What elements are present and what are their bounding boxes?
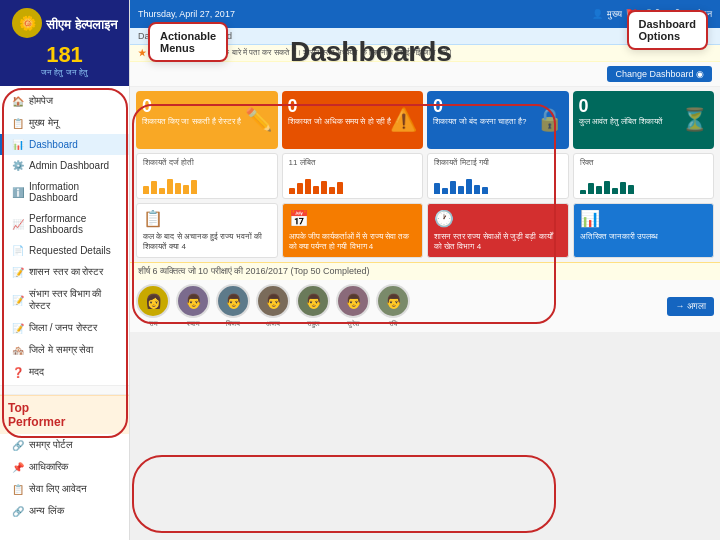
help-icon: ❓ xyxy=(11,367,25,378)
bar xyxy=(305,179,311,194)
chart-card-2: 11 लंबित xyxy=(282,153,424,199)
sidebar-item-other-links[interactable]: 🔗 अन्य लिंक xyxy=(0,500,129,522)
dash-card-4: 0 कुल आवंत हेतु लंबित शिकायतें ⏳ xyxy=(573,91,715,149)
bar xyxy=(450,181,456,194)
menu-icon: 📋 xyxy=(11,118,25,129)
performer-3: 👨 विजय xyxy=(216,284,250,328)
performer-avatar-2: 👨 xyxy=(176,284,210,318)
home-icon: 🏠 xyxy=(11,96,25,107)
performer-4: 👨 अजय xyxy=(256,284,290,328)
performer-name-5: राहुल xyxy=(307,320,320,328)
performers-bar: शीर्ष 6 व्यक्तित्व जो 10 परीक्षाएं की 20… xyxy=(130,262,720,280)
performer-name-1: राम xyxy=(149,320,158,328)
bar xyxy=(482,187,488,195)
other-links-icon: 🔗 xyxy=(11,506,25,517)
sidebar-item-performance[interactable]: 📈 Performance Dashboards xyxy=(0,208,129,240)
bar xyxy=(183,185,189,195)
card-icon-3: 🔒 xyxy=(536,107,563,133)
bc-label-2: आपके जीप कार्यकर्ताओं में से राज्य सेवा … xyxy=(289,232,417,252)
date-info: Thursday, April 27, 2017 xyxy=(138,9,586,19)
sidebar-item-requested[interactable]: 📄 Requested Details xyxy=(0,240,129,261)
sidebar-item-roster2[interactable]: 📝 संभाग स्तर विभाग की रोस्टर xyxy=(0,283,129,317)
performer-name-7: रवि xyxy=(389,320,397,328)
performer-5: 👨 राहुल xyxy=(296,284,330,328)
chart-label-4: रिक्त xyxy=(580,158,708,168)
logo-number: 181 xyxy=(46,42,83,68)
requested-icon: 📄 xyxy=(11,245,25,256)
performer-name-2: श्याम xyxy=(187,320,200,328)
roster2-icon: 📝 xyxy=(11,295,25,306)
sidebar-item-home[interactable]: 🏠 होमपेज xyxy=(0,90,129,112)
sidebar: 🌼 सीएम हेल्पलाइन 181 जन हेतु जन हेतु 🏠 ह… xyxy=(0,0,130,540)
dashboards-title: Dashboards xyxy=(290,36,452,68)
bar xyxy=(442,188,448,195)
sidebar-item-roster3[interactable]: 📝 जिला / जनप रोस्टर xyxy=(0,317,129,339)
next-performers-button[interactable]: → अगला xyxy=(667,297,714,316)
sidebar-item-apply[interactable]: 📋 सेवा लिए आवेदन xyxy=(0,478,129,500)
chart-card-4: रिक्त xyxy=(573,153,715,199)
dashboard-cards-row: 0 शिकायत किए जा सकती है रोस्टर है ✏️ 0 श… xyxy=(130,87,720,153)
sidebar-item-sewa[interactable]: 🏘️ जिले मे समग्र सेवा xyxy=(0,339,129,361)
bar xyxy=(159,188,165,195)
performer-6: 👨 सुरेश xyxy=(336,284,370,328)
chart-label-2: 11 लंबित xyxy=(289,158,417,168)
sidebar-item-admin[interactable]: ⚙️ Admin Dashboard xyxy=(0,155,129,176)
user-avatar-icon: 👤 xyxy=(592,9,603,19)
nav-section-divider xyxy=(0,385,129,395)
bc-label-3: शासन स्तर राज्य सेवाओं से जुड़ी बड़ी कार… xyxy=(434,232,562,252)
bc-icon-1: 📋 xyxy=(143,209,271,228)
bar xyxy=(628,185,634,195)
chart-label-1: शिकायतें दर्ज होती xyxy=(143,158,271,168)
sewa-icon: 🏘️ xyxy=(11,345,25,356)
performer-7: 👨 रवि xyxy=(376,284,410,328)
bar xyxy=(321,181,327,194)
bar xyxy=(612,188,618,195)
sidebar-item-samgra[interactable]: 🔗 समग्र पोर्टल xyxy=(0,434,129,456)
admin-icon: ⚙️ xyxy=(11,160,25,171)
dashboard-icon: 📊 xyxy=(11,139,25,150)
bottom-card-3: 🕐 शासन स्तर राज्य सेवाओं से जुड़ी बड़ी क… xyxy=(427,203,569,258)
bar xyxy=(620,182,626,194)
card-icon-2: ⚠️ xyxy=(390,107,417,133)
bar xyxy=(191,180,197,194)
mini-chart-1 xyxy=(143,172,271,194)
bar xyxy=(596,186,602,195)
performer-name-4: अजय xyxy=(266,320,280,328)
sidebar-item-official[interactable]: 📌 आधिकारिक xyxy=(0,456,129,478)
bottom-card-2: 📅 आपके जीप कार्यकर्ताओं में से राज्य सेव… xyxy=(282,203,424,258)
top-performer-section: Top Performer xyxy=(0,395,129,434)
dashboard-options-callout: DashboardOptions xyxy=(627,10,708,50)
performers-section-label: शीर्ष 6 व्यक्तित्व जो 10 परीक्षाएं की 20… xyxy=(138,266,370,276)
samgra-icon: 🔗 xyxy=(11,440,25,451)
sidebar-item-dashboard[interactable]: 📊 Dashboard xyxy=(0,134,129,155)
sidebar-item-roster1[interactable]: 📝 शासन स्तर का रोस्टर xyxy=(0,261,129,283)
roster1-icon: 📝 xyxy=(11,267,25,278)
sidebar-nav: 🏠 होमपेज 📋 मुख्य मेनू 📊 Dashboard ⚙️ Adm… xyxy=(0,86,129,540)
change-dashboard-button[interactable]: Change Dashboard ◉ xyxy=(607,66,712,82)
actionable-menus-label: ActionableMenus xyxy=(160,30,216,54)
sidebar-item-info[interactable]: ℹ️ Information Dashboard xyxy=(0,176,129,208)
mini-chart-4 xyxy=(580,172,708,194)
roster3-icon: 📝 xyxy=(11,323,25,334)
performer-avatar-7: 👨 xyxy=(376,284,410,318)
bar xyxy=(434,183,440,194)
mini-chart-3 xyxy=(434,172,562,194)
bar xyxy=(175,183,181,194)
bar xyxy=(458,186,464,195)
chart-card-3: शिकायतें मिटाई गयी xyxy=(427,153,569,199)
logo-title: सीएम हेल्पलाइन xyxy=(46,17,117,33)
bar xyxy=(297,183,303,194)
bar xyxy=(151,181,157,194)
user-label: मुख्य xyxy=(607,9,622,20)
sidebar-item-menu[interactable]: 📋 मुख्य मेनू xyxy=(0,112,129,134)
bar xyxy=(337,182,343,194)
chart-label-3: शिकायतें मिटाई गयी xyxy=(434,158,562,168)
performer-avatar-1: 👩 xyxy=(136,284,170,318)
sidebar-item-help[interactable]: ❓ मदद xyxy=(0,361,129,383)
bar xyxy=(588,183,594,194)
chart-card-1: शिकायतें दर्ज होती xyxy=(136,153,278,199)
main-container: 🌼 सीएम हेल्पलाइन 181 जन हेतु जन हेतु 🏠 ह… xyxy=(0,0,720,540)
apply-icon: 📋 xyxy=(11,484,25,495)
performers-row: 👩 राम 👨 श्याम 👨 विजय 👨 अजय 👨 राहुल 👨 xyxy=(130,280,720,332)
dashboard-options-label: DashboardOptions xyxy=(639,18,696,42)
